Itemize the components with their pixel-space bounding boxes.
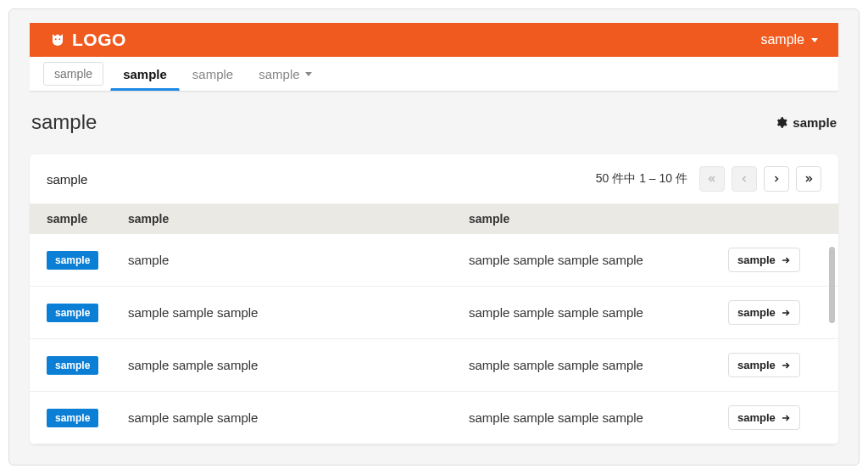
nav-tab-0[interactable]: sample (43, 62, 103, 86)
gear-icon (775, 116, 787, 129)
pagination-info: 50 件中 1 – 10 件 (596, 171, 687, 187)
panel-header: sample 50 件中 1 – 10 件 (30, 154, 838, 204)
chevrons-right-icon (804, 174, 814, 184)
caret-down-icon (811, 38, 818, 42)
row-action-button[interactable]: sample (728, 300, 800, 325)
table-row: sample sample sample sample sample sampl… (30, 234, 838, 287)
row-name: sample sample sample (128, 358, 469, 372)
nav-tab-label: sample (192, 67, 233, 81)
status-badge: sample (47, 356, 98, 375)
row-desc: sample sample sample sample (469, 358, 728, 372)
topbar: LOGO sample (30, 23, 838, 57)
status-badge: sample (47, 251, 98, 270)
scrollbar[interactable] (829, 247, 835, 323)
nav-tab-label: sample (259, 67, 299, 81)
logo[interactable]: LOGO (50, 30, 126, 50)
table-header-cell: sample (47, 212, 128, 226)
page-prev-button[interactable] (732, 166, 757, 192)
settings-label: sample (793, 115, 837, 130)
table-row: sample sample sample sample sample sampl… (30, 339, 838, 392)
chevrons-left-icon (707, 174, 717, 184)
caret-down-icon (305, 72, 312, 76)
status-badge: sample (47, 409, 98, 427)
nav-tab-2[interactable]: sample (180, 58, 246, 91)
arrow-right-icon (781, 255, 791, 265)
arrow-right-icon (781, 308, 791, 318)
page-next-button[interactable] (764, 166, 789, 192)
nav-tab-label: sample (123, 67, 167, 81)
page-header: sample sample (30, 110, 838, 134)
page-last-button[interactable] (796, 166, 821, 192)
row-action-button[interactable]: sample (728, 405, 800, 430)
table-header: sample sample sample (30, 204, 838, 234)
logo-icon (50, 32, 65, 47)
action-label: sample (737, 411, 776, 424)
logo-text: LOGO (72, 30, 126, 50)
action-label: sample (737, 254, 776, 266)
panel: sample 50 件中 1 – 10 件 (30, 154, 838, 444)
user-menu[interactable]: sample (760, 32, 818, 47)
status-badge: sample (47, 304, 98, 322)
table-header-cell: sample (128, 212, 469, 226)
page-title: sample (31, 110, 97, 134)
row-name: sample sample sample (128, 305, 469, 320)
nav-tab-3[interactable]: sample (246, 58, 324, 91)
arrow-right-icon (781, 413, 791, 423)
page-first-button[interactable] (699, 166, 725, 192)
chevron-left-icon (739, 174, 749, 184)
nav-tab-label: sample (54, 67, 92, 81)
user-menu-label: sample (760, 32, 804, 47)
action-label: sample (737, 359, 776, 371)
panel-title: sample (47, 172, 87, 187)
svg-point-1 (58, 38, 60, 40)
content: sample sample sample 50 件中 1 – 10 件 (9, 92, 859, 466)
row-name: sample sample sample (128, 410, 469, 425)
row-action-button[interactable]: sample (728, 248, 800, 272)
chevron-right-icon (771, 174, 782, 184)
row-desc: sample sample sample sample (469, 305, 728, 320)
table-row: sample sample sample sample sample sampl… (30, 287, 838, 339)
row-action-button[interactable]: sample (728, 353, 800, 377)
svg-point-0 (55, 38, 57, 40)
row-desc: sample sample sample sample (469, 253, 728, 267)
settings-link[interactable]: sample (775, 115, 837, 130)
row-name: sample (128, 253, 469, 267)
nav-tabs: sample sample sample sample (30, 57, 838, 92)
arrow-right-icon (781, 360, 791, 371)
row-desc: sample sample sample sample (469, 410, 728, 425)
table-row: sample sample sample sample sample sampl… (30, 392, 838, 444)
pagination: 50 件中 1 – 10 件 (596, 166, 821, 192)
nav-tab-1[interactable]: sample (110, 58, 180, 91)
action-label: sample (737, 306, 776, 319)
table-header-cell: sample (469, 212, 728, 226)
